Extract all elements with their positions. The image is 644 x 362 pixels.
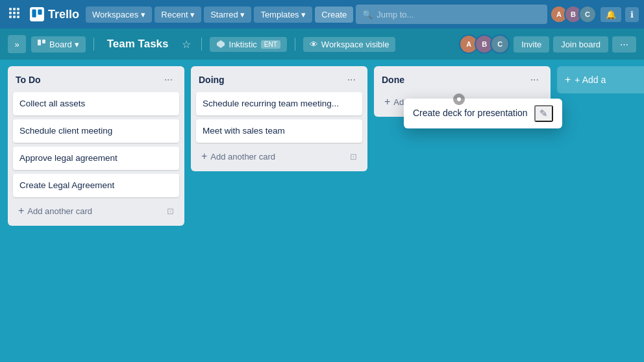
list-header-doing: Doing ··· xyxy=(196,71,362,88)
plus-icon: + xyxy=(18,205,24,217)
list-header-todo: To Do ··· xyxy=(13,71,179,88)
eye-icon: 👁 xyxy=(310,40,318,49)
avatar[interactable]: C xyxy=(578,5,597,23)
svg-rect-11 xyxy=(38,9,42,14)
card-meet-sales[interactable]: Meet with sales team ✎ xyxy=(196,119,362,143)
starred-button[interactable]: Starred ▾ xyxy=(204,6,251,23)
workspace-chip[interactable]: Inktistic ENT xyxy=(210,37,287,52)
search-icon: 🔍 xyxy=(362,10,373,19)
svg-rect-6 xyxy=(9,16,12,18)
trello-logo[interactable]: Trello xyxy=(26,7,83,21)
svg-rect-13 xyxy=(42,40,45,43)
join-board-button[interactable]: Join board xyxy=(553,36,608,53)
list-menu-doing[interactable]: ··· xyxy=(343,73,360,87)
list-title-done: Done xyxy=(382,75,404,85)
svg-rect-3 xyxy=(9,12,12,14)
add-column-header-button[interactable]: ⋯ xyxy=(612,36,636,53)
list-doing: Doing ··· Schedule recurring team meetin… xyxy=(191,66,367,171)
svg-rect-5 xyxy=(17,12,19,14)
ent-badge: ENT xyxy=(261,40,280,49)
plus-icon: + xyxy=(565,74,571,86)
card-schedule-recurring[interactable]: Schedule recurring team meeting... ✎ xyxy=(196,92,362,115)
grid-icon[interactable] xyxy=(5,4,23,25)
svg-rect-4 xyxy=(13,12,16,14)
plus-icon: + xyxy=(201,151,207,162)
divider xyxy=(295,38,295,51)
svg-rect-10 xyxy=(32,9,36,17)
divider xyxy=(93,38,94,51)
board-avatar-group: A B C xyxy=(459,34,510,54)
svg-rect-1 xyxy=(13,8,16,10)
board-header-right: A B C Invite Join board ⋯ xyxy=(459,34,636,54)
add-card-todo[interactable]: + Add another card ⊡ xyxy=(13,201,179,221)
invite-button[interactable]: Invite xyxy=(514,36,549,53)
add-column-button[interactable]: + + Add a xyxy=(557,66,644,93)
visibility-button[interactable]: 👁 Workspace visible xyxy=(303,37,396,52)
notifications-button[interactable]: 🔔 xyxy=(601,7,621,22)
plus-icon: + xyxy=(384,96,390,108)
workspaces-button[interactable]: Workspaces ▾ xyxy=(86,6,152,23)
sidebar-toggle-button[interactable]: » xyxy=(8,35,26,53)
card-collect-assets[interactable]: Collect all assets ✎ xyxy=(13,92,179,115)
chevron-down-icon: ▾ xyxy=(141,10,145,19)
template-icon: ⊡ xyxy=(167,206,174,216)
nav-right: A B C 🔔 ℹ xyxy=(550,5,639,23)
list-header-done: Done ··· xyxy=(379,71,545,88)
list-title-todo: To Do xyxy=(16,75,41,85)
templates-button[interactable]: Templates ▾ xyxy=(254,6,312,23)
popover-text: Create deck for presentation xyxy=(413,107,528,120)
svg-rect-0 xyxy=(9,8,12,10)
list-menu-todo[interactable]: ··· xyxy=(160,73,177,87)
info-button[interactable]: ℹ xyxy=(625,7,639,22)
svg-rect-2 xyxy=(17,8,19,10)
card-create-legal[interactable]: Create Legal Agreement ✎ xyxy=(13,174,179,197)
list-todo: To Do ··· Collect all assets ✎ Schedule … xyxy=(8,66,184,226)
avatar[interactable]: C xyxy=(490,34,510,54)
list-menu-done[interactable]: ··· xyxy=(526,73,543,87)
card-popover: Create deck for presentation ✎ xyxy=(404,99,562,128)
template-icon: ⊡ xyxy=(350,152,357,162)
board-title[interactable]: Team Tasks xyxy=(102,35,174,53)
search-bar[interactable]: 🔍 Jump to... xyxy=(356,5,547,24)
create-button[interactable]: Create xyxy=(315,6,353,23)
board-header: » Board ▾ Team Tasks ☆ Inktistic ENT 👁 W… xyxy=(0,29,644,60)
svg-rect-9 xyxy=(30,7,44,21)
list-title-doing: Doing xyxy=(199,75,225,85)
add-card-doing[interactable]: + Add another card ⊡ xyxy=(196,147,362,166)
svg-rect-8 xyxy=(17,16,19,18)
svg-marker-14 xyxy=(217,40,225,48)
card-approve-legal[interactable]: Approve legal agreement ✎ xyxy=(13,147,179,170)
popover-edit-button[interactable]: ✎ xyxy=(534,105,553,122)
divider xyxy=(201,38,202,51)
chevron-down-icon: ▾ xyxy=(75,40,79,49)
board-view-button[interactable]: Board ▾ xyxy=(31,36,86,53)
avatar-group: A B C xyxy=(550,5,597,23)
svg-rect-7 xyxy=(13,16,16,18)
card-schedule-meeting[interactable]: Schedule client meeting ✎ xyxy=(13,119,179,143)
recent-button[interactable]: Recent ▾ xyxy=(155,6,201,23)
star-button[interactable]: ☆ xyxy=(179,37,193,52)
top-navigation: Trello Workspaces ▾ Recent ▾ Starred ▾ T… xyxy=(0,0,644,29)
svg-rect-12 xyxy=(38,40,41,45)
